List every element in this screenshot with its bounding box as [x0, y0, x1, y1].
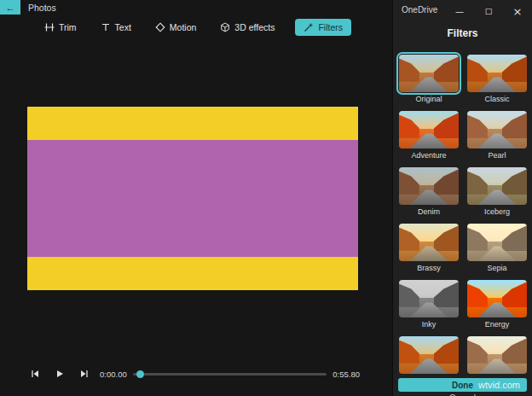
toolbar-3d-effects-button[interactable]: 3D effects — [217, 20, 278, 35]
filter-label: Denim — [399, 207, 459, 217]
close-button[interactable]: × — [503, 0, 532, 22]
filter-label: Original — [399, 95, 459, 104]
minimize-button[interactable]: — — [445, 0, 474, 22]
toolbar-label: Text — [115, 22, 131, 32]
filter-label: Pearl — [467, 151, 527, 160]
filter-grid: Original Classic Adventure Pearl — [399, 55, 527, 386]
editor-toolbar: Trim Text Motion 3D effects — [0, 17, 392, 38]
filter-label: Brassy — [399, 264, 459, 273]
filter-label: Energy — [467, 320, 527, 329]
photos-app-window: ← Photos Trim Text Motion — [0, 0, 532, 396]
preview-band-middle — [27, 140, 358, 258]
filter-option-pearl[interactable]: Pearl — [467, 111, 527, 160]
window-title: OneDrive — [402, 5, 437, 15]
filter-label: Classic — [467, 95, 527, 104]
filter-option-energy[interactable]: Energy — [467, 280, 527, 329]
filter-thumbnail — [399, 111, 459, 148]
filter-thumbnail — [467, 280, 527, 317]
filter-option-classic[interactable]: Classic — [467, 55, 527, 104]
toolbar-label: 3D effects — [234, 22, 275, 32]
filters-panel: OneDrive — □ × Filters Original Classic — [392, 0, 532, 396]
preview-band-top — [27, 107, 358, 140]
playback-controls: 0:00.00 0:55.80 — [26, 364, 360, 383]
app-title: Photos — [28, 3, 56, 13]
toolbar-label: Trim — [59, 22, 77, 32]
video-preview — [27, 107, 358, 290]
filter-option-brassy[interactable]: Brassy — [399, 224, 459, 273]
filter-thumbnail — [467, 111, 527, 148]
filter-label: Inky — [399, 320, 459, 329]
watermark: wtvid.com — [478, 380, 520, 390]
maximize-button[interactable]: □ — [474, 0, 503, 22]
maximize-icon: □ — [485, 7, 493, 15]
panel-titlebar: OneDrive — □ × — [393, 0, 532, 22]
filter-thumbnail — [399, 167, 459, 205]
filter-option-iceberg[interactable]: Iceberg — [467, 167, 527, 217]
previous-frame-icon — [30, 369, 40, 379]
filter-thumbnail — [399, 224, 459, 261]
filter-thumbnail — [467, 167, 527, 205]
motion-icon — [155, 22, 165, 32]
previous-frame-button[interactable] — [26, 365, 44, 382]
toolbar-filters-button[interactable]: Filters — [295, 19, 351, 36]
filter-label: Iceberg — [467, 207, 527, 217]
toolbar-label: Motion — [170, 22, 197, 32]
filters-wand-icon — [304, 22, 314, 32]
next-frame-button[interactable] — [75, 365, 94, 382]
trim-icon — [44, 22, 55, 32]
filter-thumbnail — [399, 280, 459, 317]
back-button[interactable]: ← — [0, 0, 20, 15]
filter-label: Sepia — [467, 264, 527, 273]
text-icon — [101, 22, 111, 32]
filter-option-original[interactable]: Original — [399, 55, 459, 104]
cube-3d-icon — [220, 22, 230, 32]
filter-option-sepia[interactable]: Sepia — [467, 224, 527, 273]
play-button[interactable] — [50, 365, 69, 382]
back-arrow-icon: ← — [6, 3, 15, 13]
seek-slider[interactable] — [133, 368, 327, 380]
filter-thumbnail — [467, 336, 527, 374]
play-icon — [55, 369, 65, 379]
filter-label: Adventure — [399, 151, 459, 160]
filter-thumbnail — [467, 55, 527, 92]
toolbar-motion-button[interactable]: Motion — [152, 20, 200, 35]
filter-option-denim[interactable]: Denim — [399, 167, 459, 217]
toolbar-label: Filters — [318, 22, 343, 32]
close-icon: × — [513, 5, 523, 18]
preview-band-bottom — [27, 257, 358, 290]
toolbar-text-button[interactable]: Text — [97, 20, 135, 35]
window-controls: — □ × — [445, 0, 532, 22]
current-time: 0:00.00 — [100, 370, 127, 379]
next-frame-icon — [79, 369, 90, 379]
seek-knob[interactable] — [136, 370, 144, 378]
filter-option-inky[interactable]: Inky — [399, 280, 459, 329]
seek-track — [133, 373, 327, 376]
filter-option-adventure[interactable]: Adventure — [399, 111, 459, 160]
filters-heading: Filters — [393, 27, 532, 39]
filter-thumbnail — [399, 336, 459, 374]
filter-thumbnail — [467, 224, 527, 261]
filter-thumbnail — [399, 55, 459, 92]
toolbar-trim-button[interactable]: Trim — [41, 20, 80, 35]
duration: 0:55.80 — [332, 370, 360, 379]
cancel-button[interactable]: Cancel — [398, 392, 527, 396]
minimize-icon: — — [455, 7, 464, 16]
editor-main: ← Photos Trim Text Motion — [0, 0, 392, 396]
